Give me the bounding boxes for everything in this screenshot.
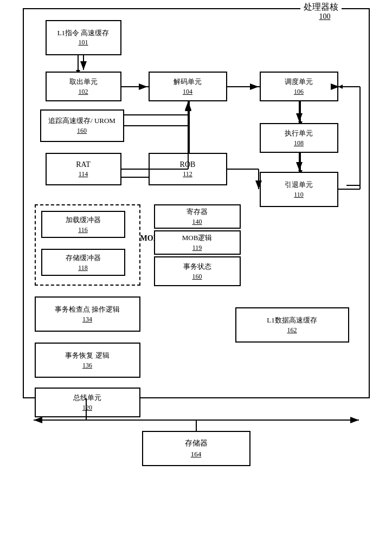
trace-cache-block: 追踪高速缓存/ UROM 160 xyxy=(40,109,124,142)
rob-number: 112 xyxy=(183,170,192,178)
mob-logic-number: 119 xyxy=(192,244,202,252)
main-diagram: 处理器核 100 xyxy=(12,8,381,466)
recovery-logic-number: 136 xyxy=(82,362,92,370)
processor-core-label: 处理器核 xyxy=(300,2,342,13)
register-title: 寄存器 xyxy=(187,207,208,217)
store-buffer-block: 存储缓冲器 118 xyxy=(41,249,125,276)
transaction-state-number: 160 xyxy=(192,273,202,281)
rat-number: 114 xyxy=(79,170,88,178)
memory-block: 存储器 164 xyxy=(142,431,250,466)
mob-logic-block: MOB逻辑 119 xyxy=(154,230,241,255)
exec-unit-block: 执行单元 108 xyxy=(260,123,338,153)
fetch-unit-title: 取出单元 xyxy=(69,77,98,87)
fetch-unit-block: 取出单元 102 xyxy=(46,72,121,101)
store-buffer-title: 存储缓冲器 xyxy=(66,253,101,263)
transaction-state-block: 事务状态 160 xyxy=(154,256,241,286)
l1-cache-block: L1指令 高速缓存 101 xyxy=(46,20,121,55)
checkpoint-logic-number: 134 xyxy=(82,315,92,324)
schedule-unit-block: 调度单元 106 xyxy=(260,72,338,101)
l1-cache-title: L1指令 高速缓存 xyxy=(57,29,110,38)
decode-unit-title: 解码单元 xyxy=(173,77,202,87)
l1-data-cache-title: L1数据高速缓存 xyxy=(267,315,317,325)
decode-unit-block: 解码单元 104 xyxy=(149,72,227,101)
recovery-logic-title: 事务恢复 逻辑 xyxy=(65,351,109,360)
retire-unit-number: 110 xyxy=(294,191,304,199)
rat-block: RAT 114 xyxy=(46,153,121,185)
decode-unit-number: 104 xyxy=(183,88,192,96)
svg-marker-19 xyxy=(338,85,343,89)
processor-core-number: 100 xyxy=(319,12,331,21)
rat-title: RAT xyxy=(76,160,90,169)
exec-unit-number: 108 xyxy=(294,139,304,147)
checkpoint-logic-title: 事务检查点 操作逻辑 xyxy=(55,305,120,314)
l1-cache-number: 101 xyxy=(79,38,88,47)
load-buffer-block: 加载缓冲器 116 xyxy=(41,211,125,238)
schedule-unit-number: 106 xyxy=(294,88,304,96)
register-block: 寄存器 140 xyxy=(154,204,241,229)
memory-number: 164 xyxy=(191,450,202,459)
l1-data-cache-number: 162 xyxy=(287,326,297,334)
memory-title: 存储器 xyxy=(185,438,208,448)
fetch-unit-number: 102 xyxy=(79,88,88,96)
retire-unit-title: 引退单元 xyxy=(285,180,313,190)
trace-cache-number: 160 xyxy=(77,127,87,135)
checkpoint-logic-block: 事务检查点 操作逻辑 134 xyxy=(35,296,140,332)
load-buffer-title: 加载缓冲器 xyxy=(66,215,101,225)
bottom-section: 存储器 164 xyxy=(23,398,370,466)
load-buffer-number: 116 xyxy=(78,226,88,234)
mob-dashed-box: 加载缓冲器 116 存储缓冲器 118 xyxy=(35,204,140,286)
exec-unit-title: 执行单元 xyxy=(285,128,313,138)
schedule-unit-title: 调度单元 xyxy=(285,77,313,87)
retire-unit-block: 引退单元 110 xyxy=(260,172,338,207)
recovery-logic-block: 事务恢复 逻辑 136 xyxy=(35,343,140,378)
store-buffer-number: 118 xyxy=(78,264,88,272)
bottom-arrow-svg xyxy=(23,398,370,431)
rob-title: ROB xyxy=(180,160,196,169)
trace-cache-title: 追踪高速缓存/ UROM xyxy=(48,117,115,126)
mob-logic-title: MOB逻辑 xyxy=(182,233,213,243)
transaction-state-title: 事务状态 xyxy=(183,262,211,272)
rob-block: ROB 112 xyxy=(149,153,227,185)
register-number: 140 xyxy=(192,218,202,226)
l1-data-cache-block: L1数据高速缓存 162 xyxy=(235,307,349,343)
processor-core-box: 处理器核 100 xyxy=(23,8,370,398)
